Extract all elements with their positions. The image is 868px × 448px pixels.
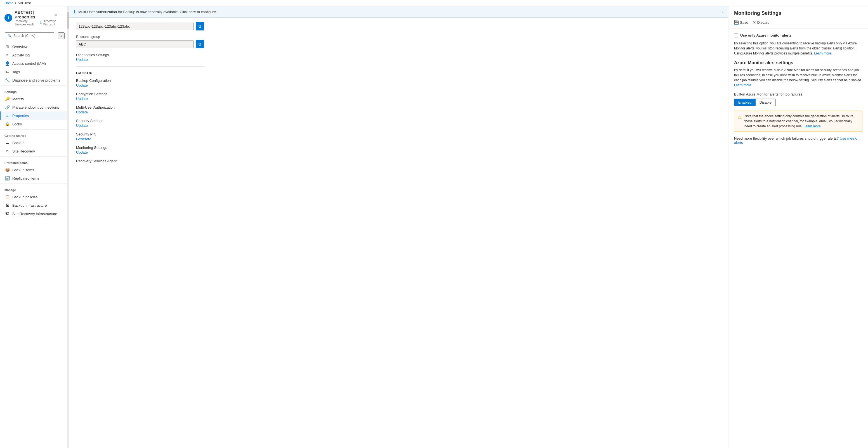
sidebar-item-label: Locks — [12, 122, 22, 126]
warning-icon: ⚠ — [738, 114, 742, 129]
sidebar-item-replicated-items[interactable]: 🔄 Replicated items — [0, 174, 67, 182]
sidebar-item-site-recovery-infra[interactable]: 🏗 Site Recovery infrastructure — [0, 209, 67, 218]
properties-icon: ≡ — [5, 113, 9, 118]
discard-icon: ✕ — [753, 20, 756, 25]
properties-form: ⧉ Resource group ⧉ Diagnostics Settings … — [69, 18, 728, 172]
security-pin-item: Security PIN Generate — [76, 132, 721, 141]
sidebar-item-properties[interactable]: ≡ Properties — [0, 111, 67, 120]
sidebar-item-backup[interactable]: ☁ Backup — [0, 139, 67, 147]
azure-monitor-alert-settings-title: Azure Monitor alert settings — [734, 60, 862, 65]
encryption-label: Encryption Settings — [76, 92, 721, 96]
backup-section-title: BACKUP — [76, 71, 721, 75]
sidebar-item-label: Diagnose and solve problems — [12, 78, 60, 82]
sidebar-scroll: ⊞ Overview ≡ Activity log 👤 Access contr… — [0, 42, 67, 448]
sidebar-item-label: Overview — [12, 45, 27, 49]
activity-log-icon: ≡ — [5, 53, 9, 57]
private-endpoints-icon: 🔗 — [5, 105, 9, 109]
sidebar-item-activity-log[interactable]: ≡ Activity log — [0, 51, 67, 59]
sidebar-item-tags[interactable]: 🏷 Tags — [0, 68, 67, 76]
replicated-items-icon: 🔄 — [5, 176, 9, 180]
sidebar-search-box[interactable]: 🔍 — [5, 32, 54, 39]
security-pin-generate-link[interactable]: Generate — [76, 137, 91, 141]
sidebar-title: ABCTest | Properties — [14, 10, 53, 19]
security-settings-item: Security Settings Update — [76, 119, 721, 128]
sidebar-item-private-endpoints[interactable]: 🔗 Private endpoint connections — [0, 103, 67, 111]
toggle-enabled-button[interactable]: Enabled — [734, 99, 755, 106]
banner-info-icon: ℹ — [74, 9, 75, 14]
learn-more-2-link[interactable]: Learn more. — [734, 83, 752, 87]
notification-banner[interactable]: ℹ Multi-User Authorization for Backup is… — [69, 6, 728, 18]
manage-section-label: Manage — [0, 185, 67, 193]
sidebar-item-overview[interactable]: ⊞ Overview — [0, 42, 67, 51]
sidebar-item-access-control[interactable]: 👤 Access control (IAM) — [0, 59, 67, 68]
encryption-update-link[interactable]: Update — [76, 97, 88, 101]
sidebar-item-label: Site Recovery — [12, 149, 35, 153]
diagnose-icon: 🔧 — [5, 78, 9, 82]
recovery-agent-item: Recovery Services Agent — [76, 159, 721, 163]
monitoring-update-link[interactable]: Update — [76, 150, 88, 154]
alert-note-text: Note that the above setting only control… — [744, 114, 859, 129]
locks-icon: 🔒 — [5, 122, 9, 126]
backup-policies-icon: 📋 — [5, 195, 9, 199]
breadcrumb-current: ABCTest — [18, 1, 31, 5]
breadcrumb-home[interactable]: Home — [4, 1, 13, 5]
sidebar-item-label: Backup items — [12, 168, 34, 172]
backup-icon: ☁ — [5, 140, 9, 145]
sidebar-item-identity[interactable]: 🔑 Identity — [0, 95, 67, 103]
backup-config-update-link[interactable]: Update — [76, 83, 88, 88]
search-icon: 🔍 — [7, 34, 12, 38]
site-recovery-infra-icon: 🏗 — [5, 211, 9, 216]
banner-text: Multi-User Authorization for Backup is n… — [78, 10, 717, 14]
sidebar-collapse-button[interactable]: « — [58, 32, 65, 39]
sidebar-item-backup-infrastructure[interactable]: 🏗 Backup Infrastructure — [0, 201, 67, 209]
more-icon[interactable]: ··· — [59, 12, 62, 17]
overview-icon: ⊞ — [5, 44, 9, 49]
sidebar-item-label: Backup — [12, 141, 24, 145]
save-button[interactable]: 💾 Save — [734, 19, 748, 26]
right-panel-header: Monitoring Settings 💾 Save ✕ Discard — [728, 6, 868, 29]
security-settings-update-link[interactable]: Update — [76, 124, 88, 128]
site-recovery-icon: ↺ — [5, 149, 9, 153]
save-label: Save — [740, 21, 748, 25]
discard-button[interactable]: ✕ Discard — [753, 19, 770, 26]
azure-monitor-checkbox-row: Use only Azure monitor alerts — [734, 33, 862, 37]
sidebar-item-diagnose[interactable]: 🔧 Diagnose and solve problems — [0, 76, 67, 84]
backup-items-icon: 📦 — [5, 168, 9, 172]
azure-monitor-checkbox-label[interactable]: Use only Azure monitor alerts — [740, 33, 792, 37]
sidebar-logo: i — [4, 14, 12, 22]
sidebar-header: i ABCTest | Properties ☆ ··· Recovery Se… — [0, 6, 67, 29]
monitoring-settings-item: Monitoring Settings Update — [76, 145, 721, 154]
sidebar-item-label: Identity — [12, 97, 24, 101]
sidebar-item-label: Tags — [12, 70, 20, 74]
backup-infrastructure-icon: 🏗 — [5, 203, 9, 208]
sidebar-item-site-recovery[interactable]: ↺ Site Recovery — [0, 147, 67, 155]
resource-group-field: Resource group ⧉ — [76, 35, 721, 48]
right-panel-title: Monitoring Settings — [734, 10, 862, 16]
alert-learn-more-link[interactable]: Learn more. — [803, 124, 822, 128]
monitoring-settings-label: Monitoring Settings — [76, 145, 721, 150]
access-control-icon: 👤 — [5, 61, 9, 66]
sidebar-item-backup-items[interactable]: 📦 Backup items — [0, 166, 67, 174]
sidebar-item-backup-policies[interactable]: 📋 Backup policies — [0, 193, 67, 201]
content-area: ℹ Multi-User Authorization for Backup is… — [67, 6, 868, 448]
multi-user-label: Multi-User Authorization — [76, 105, 721, 109]
azure-monitor-checkbox[interactable] — [734, 34, 738, 37]
favorite-icon[interactable]: ☆ — [54, 12, 58, 17]
security-settings-label: Security Settings — [76, 119, 721, 123]
resource-group-copy-button[interactable]: ⧉ — [196, 40, 204, 48]
toggle-disable-button[interactable]: Disable — [755, 99, 775, 106]
identity-icon: 🔑 — [5, 97, 9, 101]
right-panel-toolbar: 💾 Save ✕ Discard — [734, 19, 862, 26]
sidebar-item-label: Backup Infrastructure — [12, 203, 47, 208]
right-panel-body: Use only Azure monitor alerts By selecti… — [728, 29, 868, 448]
breadcrumb: Home > ABCTest — [0, 0, 868, 6]
sidebar-item-label: Backup policies — [12, 195, 37, 199]
banner-arrow-icon: → — [720, 10, 724, 14]
diagnostics-update-link[interactable]: Update — [76, 58, 88, 62]
resource-id-copy-button[interactable]: ⧉ — [196, 22, 204, 30]
multi-user-update-link[interactable]: Update — [76, 110, 88, 114]
resource-group-label: Resource group — [76, 35, 721, 39]
sidebar-item-locks[interactable]: 🔒 Locks — [0, 120, 67, 128]
search-input[interactable] — [13, 34, 52, 38]
learn-more-1-link[interactable]: Learn more. — [814, 51, 832, 55]
